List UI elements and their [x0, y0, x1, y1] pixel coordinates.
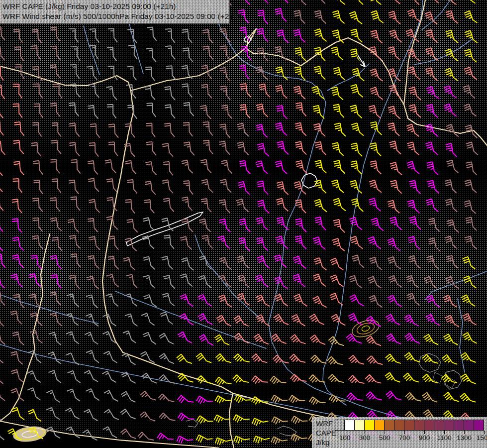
legend-caption-line2: CAPE [316, 428, 336, 438]
legend-swatch [414, 420, 424, 431]
weather-map [0, 0, 487, 448]
legend-tick-mark [365, 431, 365, 434]
legend-colorbar [335, 420, 484, 431]
legend-tick-label: 500 [374, 434, 395, 442]
legend-tick-label: 900 [413, 434, 435, 442]
legend-tick-mark [404, 431, 405, 434]
legend-swatch [375, 420, 385, 431]
legend-tick-label: 700 [393, 434, 415, 442]
map-title-overlay: WRF CAPE (J/kg) Friday 03-10-2025 09:00 … [0, 0, 230, 24]
legend-tick-label: 1500 [473, 434, 487, 442]
title-cape-line: WRF CAPE (J/kg) Friday 03-10-2025 09:00 … [2, 1, 229, 11]
legend-swatch [365, 420, 375, 431]
wrf-map-viewport: WRF CAPE (J/kg) Friday 03-10-2025 09:00 … [0, 0, 487, 448]
title-shear-line: WRF Wind shear (m/s) 500/1000hPa Friday … [2, 11, 229, 21]
legend-swatch [355, 420, 365, 431]
cape-legend: WRF CAPE J/kg 10030050070090011001300150… [312, 417, 487, 448]
legend-swatch [345, 420, 355, 431]
legend-tick-mark [464, 431, 465, 434]
legend-tick-label: 1300 [453, 434, 475, 442]
legend-swatch [444, 420, 454, 431]
legend-swatch [335, 420, 345, 431]
legend-tick-mark [385, 431, 385, 434]
legend-tick-label: 1100 [433, 434, 455, 442]
legend-swatch [404, 420, 414, 431]
legend-tick-label: 100 [334, 434, 356, 442]
legend-tick-mark [484, 431, 485, 434]
legend-swatch [454, 420, 464, 431]
legend-swatch [464, 420, 474, 431]
legend-swatch [394, 420, 404, 431]
legend-swatch [434, 420, 444, 431]
legend-caption: WRF CAPE J/kg [316, 419, 336, 447]
legend-caption-line1: WRF [316, 419, 336, 428]
legend-tick-mark [444, 431, 445, 434]
legend-tick-mark [424, 431, 425, 434]
legend-swatch [474, 420, 484, 431]
legend-caption-line3: J/kg [316, 438, 336, 447]
legend-tick-label: 300 [354, 434, 376, 442]
legend-swatch [385, 420, 394, 431]
legend-swatch [424, 420, 434, 431]
legend-tick-mark [345, 431, 345, 434]
